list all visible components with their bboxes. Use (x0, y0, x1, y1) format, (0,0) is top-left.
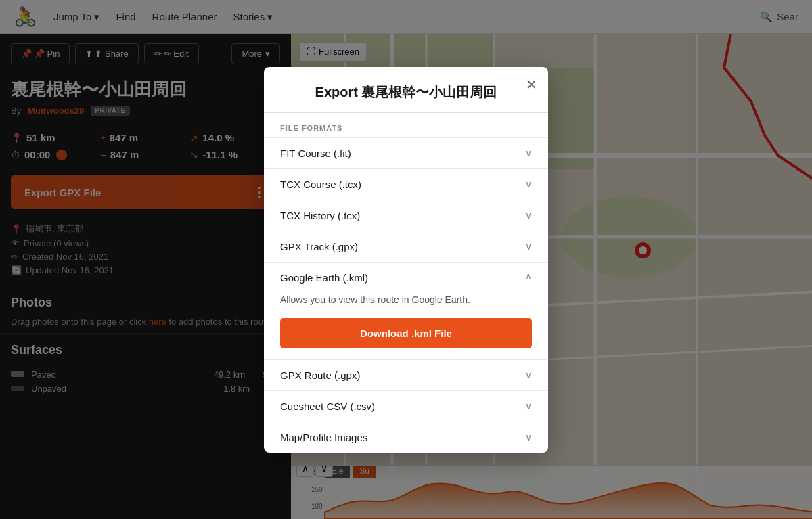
format-map-profile-images[interactable]: Map/Profile Images ∨ (264, 422, 548, 453)
chevron-down-icon: ∨ (525, 179, 532, 189)
chevron-down-icon: ∨ (525, 432, 532, 443)
chevron-down-icon: ∨ (525, 241, 532, 252)
chevron-down-icon: ∨ (525, 210, 532, 221)
modal-overlay[interactable]: Export 裏尾根幹〜小山田周回 ✕ FILE FORMATS FIT Cou… (0, 0, 812, 519)
format-gpx-track[interactable]: GPX Track (.gpx) ∨ (264, 231, 548, 262)
export-modal: Export 裏尾根幹〜小山田周回 ✕ FILE FORMATS FIT Cou… (264, 67, 548, 453)
google-earth-desc: Allows you to view this route in Google … (280, 293, 532, 307)
modal-header: Export 裏尾根幹〜小山田周回 ✕ (264, 67, 548, 113)
download-kml-button[interactable]: Download .kml File (280, 318, 532, 348)
format-fit-course[interactable]: FIT Course (.fit) ∨ (264, 137, 548, 168)
format-tcx-course[interactable]: TCX Course (.tcx) ∨ (264, 168, 548, 200)
chevron-up-icon: ∨ (525, 272, 532, 283)
modal-close-button[interactable]: ✕ (526, 78, 537, 91)
chevron-down-icon: ∨ (525, 401, 532, 411)
format-cuesheet-csv[interactable]: Cuesheet CSV (.csv) ∨ (264, 390, 548, 422)
chevron-down-icon: ∨ (525, 369, 532, 380)
google-earth-expanded: Allows you to view this route in Google … (264, 293, 548, 359)
format-gpx-route[interactable]: GPX Route (.gpx) ∨ (264, 359, 548, 390)
format-google-earth[interactable]: Google Earth (.kml) ∨ (264, 262, 548, 293)
modal-body: FILE FORMATS FIT Course (.fit) ∨ TCX Cou… (264, 113, 548, 453)
modal-title: Export 裏尾根幹〜小山田周回 (280, 83, 532, 101)
chevron-down-icon: ∨ (525, 148, 532, 158)
file-formats-label: FILE FORMATS (264, 113, 548, 137)
format-tcx-history[interactable]: TCX History (.tcx) ∨ (264, 200, 548, 231)
